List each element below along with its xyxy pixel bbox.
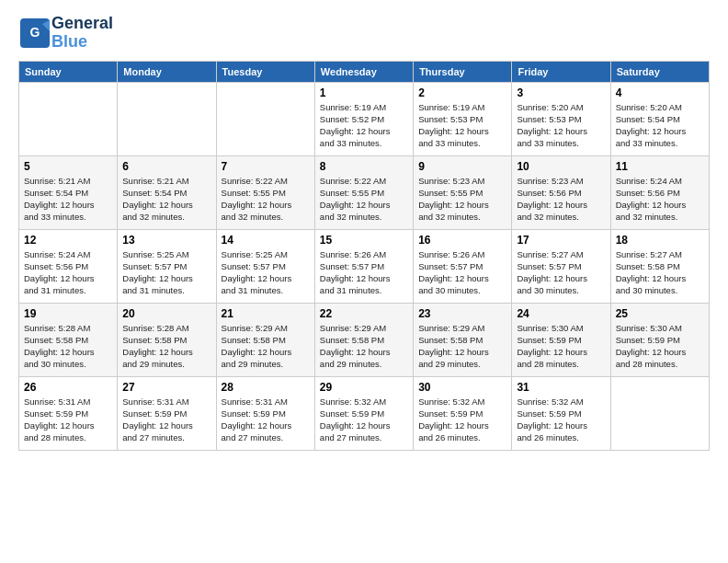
day-number: 2: [418, 86, 506, 99]
day-number: 14: [222, 234, 310, 247]
weekday-header-row: SundayMondayTuesdayWednesdayThursdayFrid…: [19, 61, 710, 82]
day-number: 22: [320, 307, 408, 320]
calendar-day-4: 4Sunrise: 5:20 AM Sunset: 5:54 PM Daylig…: [610, 82, 709, 155]
calendar-day-29: 29Sunrise: 5:32 AM Sunset: 5:59 PM Dayli…: [314, 376, 413, 450]
calendar-week-row: 12Sunrise: 5:24 AM Sunset: 5:56 PM Dayli…: [19, 229, 710, 303]
day-info: Sunrise: 5:30 AM Sunset: 5:59 PM Dayligh…: [616, 322, 704, 371]
calendar-day-27: 27Sunrise: 5:31 AM Sunset: 5:59 PM Dayli…: [118, 376, 216, 450]
calendar-day-8: 8Sunrise: 5:22 AM Sunset: 5:55 PM Daylig…: [314, 155, 413, 229]
day-info: Sunrise: 5:28 AM Sunset: 5:58 PM Dayligh…: [24, 322, 112, 371]
day-info: Sunrise: 5:24 AM Sunset: 5:56 PM Dayligh…: [616, 175, 704, 224]
calendar-empty-cell: [19, 82, 118, 155]
day-info: Sunrise: 5:25 AM Sunset: 5:57 PM Dayligh…: [122, 248, 210, 297]
calendar-day-2: 2Sunrise: 5:19 AM Sunset: 5:53 PM Daylig…: [414, 82, 512, 155]
day-info: Sunrise: 5:28 AM Sunset: 5:58 PM Dayligh…: [122, 322, 210, 371]
day-number: 10: [517, 160, 605, 173]
weekday-header-friday: Friday: [512, 61, 610, 82]
calendar-empty-cell: [216, 82, 314, 155]
calendar-day-18: 18Sunrise: 5:27 AM Sunset: 5:58 PM Dayli…: [610, 229, 709, 303]
day-info: Sunrise: 5:20 AM Sunset: 5:54 PM Dayligh…: [616, 101, 704, 150]
day-number: 25: [616, 307, 704, 320]
calendar-day-15: 15Sunrise: 5:26 AM Sunset: 5:57 PM Dayli…: [314, 229, 413, 303]
calendar-day-12: 12Sunrise: 5:24 AM Sunset: 5:56 PM Dayli…: [19, 229, 118, 303]
day-info: Sunrise: 5:29 AM Sunset: 5:58 PM Dayligh…: [320, 322, 408, 371]
day-number: 3: [517, 86, 605, 99]
calendar-day-5: 5Sunrise: 5:21 AM Sunset: 5:54 PM Daylig…: [19, 155, 118, 229]
calendar-day-3: 3Sunrise: 5:20 AM Sunset: 5:53 PM Daylig…: [512, 82, 610, 155]
calendar-week-row: 1Sunrise: 5:19 AM Sunset: 5:52 PM Daylig…: [19, 82, 710, 155]
day-number: 11: [616, 160, 704, 173]
calendar-week-row: 19Sunrise: 5:28 AM Sunset: 5:58 PM Dayli…: [19, 303, 710, 376]
calendar-day-19: 19Sunrise: 5:28 AM Sunset: 5:58 PM Dayli…: [19, 303, 118, 376]
day-info: Sunrise: 5:29 AM Sunset: 5:58 PM Dayligh…: [222, 322, 310, 371]
weekday-header-thursday: Thursday: [414, 61, 512, 82]
day-info: Sunrise: 5:21 AM Sunset: 5:54 PM Dayligh…: [24, 175, 112, 224]
day-info: Sunrise: 5:26 AM Sunset: 5:57 PM Dayligh…: [418, 248, 506, 297]
calendar-day-11: 11Sunrise: 5:24 AM Sunset: 5:56 PM Dayli…: [610, 155, 709, 229]
calendar-table: SundayMondayTuesdayWednesdayThursdayFrid…: [18, 61, 710, 451]
day-info: Sunrise: 5:31 AM Sunset: 5:59 PM Dayligh…: [222, 396, 310, 444]
day-info: Sunrise: 5:29 AM Sunset: 5:58 PM Dayligh…: [418, 322, 506, 371]
logo: G General Blue: [18, 15, 113, 52]
day-info: Sunrise: 5:27 AM Sunset: 5:57 PM Dayligh…: [517, 248, 605, 297]
day-number: 12: [24, 234, 112, 247]
calendar-day-22: 22Sunrise: 5:29 AM Sunset: 5:58 PM Dayli…: [314, 303, 413, 376]
calendar-empty-cell: [610, 376, 709, 450]
calendar-day-30: 30Sunrise: 5:32 AM Sunset: 5:59 PM Dayli…: [414, 376, 512, 450]
day-number: 30: [418, 381, 506, 394]
day-number: 15: [320, 234, 408, 247]
calendar-day-9: 9Sunrise: 5:23 AM Sunset: 5:55 PM Daylig…: [414, 155, 512, 229]
day-info: Sunrise: 5:31 AM Sunset: 5:59 PM Dayligh…: [24, 396, 112, 444]
day-number: 20: [122, 307, 210, 320]
page-header: G General Blue: [18, 15, 710, 52]
page-container: G General Blue SundayMondayTuesdayWednes…: [0, 0, 728, 460]
day-number: 19: [24, 307, 112, 320]
day-info: Sunrise: 5:22 AM Sunset: 5:55 PM Dayligh…: [222, 175, 310, 224]
logo-text-general: General: [51, 15, 113, 33]
day-number: 1: [320, 86, 408, 99]
day-info: Sunrise: 5:20 AM Sunset: 5:53 PM Dayligh…: [517, 101, 605, 150]
day-number: 29: [320, 381, 408, 394]
calendar-day-13: 13Sunrise: 5:25 AM Sunset: 5:57 PM Dayli…: [118, 229, 216, 303]
day-info: Sunrise: 5:32 AM Sunset: 5:59 PM Dayligh…: [517, 396, 605, 444]
weekday-header-monday: Monday: [118, 61, 216, 82]
calendar-day-16: 16Sunrise: 5:26 AM Sunset: 5:57 PM Dayli…: [414, 229, 512, 303]
day-info: Sunrise: 5:30 AM Sunset: 5:59 PM Dayligh…: [517, 322, 605, 371]
logo-icon: G: [18, 17, 51, 50]
calendar-day-26: 26Sunrise: 5:31 AM Sunset: 5:59 PM Dayli…: [19, 376, 118, 450]
calendar-day-7: 7Sunrise: 5:22 AM Sunset: 5:55 PM Daylig…: [216, 155, 314, 229]
svg-text:G: G: [30, 25, 40, 40]
day-number: 7: [222, 160, 310, 173]
day-number: 13: [122, 234, 210, 247]
calendar-day-24: 24Sunrise: 5:30 AM Sunset: 5:59 PM Dayli…: [512, 303, 610, 376]
calendar-day-17: 17Sunrise: 5:27 AM Sunset: 5:57 PM Dayli…: [512, 229, 610, 303]
calendar-day-31: 31Sunrise: 5:32 AM Sunset: 5:59 PM Dayli…: [512, 376, 610, 450]
day-number: 27: [122, 381, 210, 394]
calendar-day-6: 6Sunrise: 5:21 AM Sunset: 5:54 PM Daylig…: [118, 155, 216, 229]
day-info: Sunrise: 5:32 AM Sunset: 5:59 PM Dayligh…: [320, 396, 408, 444]
day-info: Sunrise: 5:31 AM Sunset: 5:59 PM Dayligh…: [122, 396, 210, 444]
day-info: Sunrise: 5:22 AM Sunset: 5:55 PM Dayligh…: [320, 175, 408, 224]
day-info: Sunrise: 5:32 AM Sunset: 5:59 PM Dayligh…: [418, 396, 506, 444]
calendar-day-1: 1Sunrise: 5:19 AM Sunset: 5:52 PM Daylig…: [314, 82, 413, 155]
calendar-day-23: 23Sunrise: 5:29 AM Sunset: 5:58 PM Dayli…: [414, 303, 512, 376]
calendar-empty-cell: [118, 82, 216, 155]
day-number: 24: [517, 307, 605, 320]
day-number: 16: [418, 234, 506, 247]
day-number: 4: [616, 86, 704, 99]
weekday-header-sunday: Sunday: [19, 61, 118, 82]
day-number: 8: [320, 160, 408, 173]
day-number: 5: [24, 160, 112, 173]
weekday-header-wednesday: Wednesday: [314, 61, 413, 82]
day-number: 9: [418, 160, 506, 173]
weekday-header-tuesday: Tuesday: [216, 61, 314, 82]
calendar-day-10: 10Sunrise: 5:23 AM Sunset: 5:56 PM Dayli…: [512, 155, 610, 229]
day-number: 26: [24, 381, 112, 394]
day-number: 18: [616, 234, 704, 247]
logo-text-blue: Blue: [51, 33, 113, 52]
day-info: Sunrise: 5:27 AM Sunset: 5:58 PM Dayligh…: [616, 248, 704, 297]
calendar-day-21: 21Sunrise: 5:29 AM Sunset: 5:58 PM Dayli…: [216, 303, 314, 376]
calendar-day-14: 14Sunrise: 5:25 AM Sunset: 5:57 PM Dayli…: [216, 229, 314, 303]
day-info: Sunrise: 5:19 AM Sunset: 5:53 PM Dayligh…: [418, 101, 506, 150]
calendar-day-20: 20Sunrise: 5:28 AM Sunset: 5:58 PM Dayli…: [118, 303, 216, 376]
